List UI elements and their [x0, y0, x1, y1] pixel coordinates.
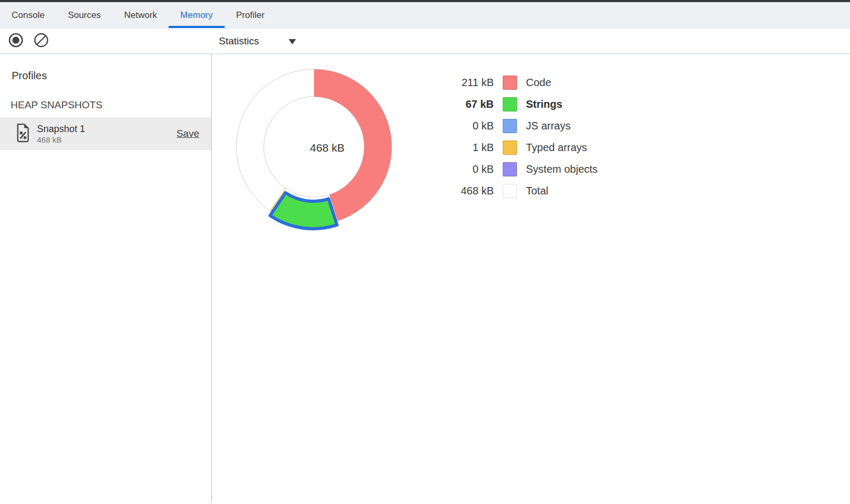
chart-legend: 211 kB Code 67 kB Strings 0 kB JS arrays…	[441, 72, 598, 202]
save-snapshot-link[interactable]: Save	[177, 128, 199, 139]
legend-swatch-js-arrays	[503, 119, 517, 133]
tab-sources[interactable]: Sources	[56, 2, 112, 28]
heap-statistics-donut-chart: 468 kB	[224, 57, 404, 237]
tab-profiler[interactable]: Profiler	[225, 2, 276, 28]
legend-row-system-objects[interactable]: 0 kB System objects	[441, 158, 598, 180]
legend-value: 1 kB	[441, 142, 494, 154]
tab-memory[interactable]: Memory	[169, 2, 224, 28]
legend-label: Total	[526, 185, 548, 197]
legend-value: 0 kB	[441, 120, 494, 132]
toolbar-right-section: Statistics	[212, 29, 850, 53]
legend-label: Strings	[526, 98, 562, 110]
legend-value: 0 kB	[441, 163, 494, 175]
toolbar-left-section	[0, 29, 212, 53]
profiles-heading: Profiles	[12, 70, 211, 82]
panel-body: Profiles HEAP SNAPSHOTS Snapshot 1 468 k…	[0, 54, 850, 502]
legend-swatch-system-objects	[503, 162, 517, 176]
legend-swatch-strings	[503, 97, 517, 111]
snapshot-texts: Snapshot 1 468 kB	[37, 123, 85, 145]
snapshot-size: 468 kB	[37, 135, 85, 145]
legend-label: Typed arrays	[526, 142, 587, 154]
statistics-view: 468 kB 211 kB Code 67 kB Strings 0 kB JS…	[211, 54, 850, 502]
chart-slice-strings[interactable]	[270, 193, 337, 229]
legend-row-js-arrays[interactable]: 0 kB JS arrays	[441, 115, 598, 137]
devtools-tab-bar: Console Sources Network Memory Profiler	[0, 2, 850, 29]
legend-label: System objects	[526, 163, 598, 175]
legend-row-typed-arrays[interactable]: 1 kB Typed arrays	[441, 137, 598, 158]
legend-label: Code	[526, 77, 551, 89]
heap-snapshots-section-heading: HEAP SNAPSHOTS	[11, 99, 211, 111]
record-circle-icon	[8, 32, 24, 50]
legend-value: 468 kB	[441, 185, 494, 197]
donut-center-total-label: 468 kB	[295, 142, 359, 154]
clear-profiles-button[interactable]	[33, 33, 49, 49]
legend-label: JS arrays	[526, 120, 570, 132]
perspective-dropdown-label: Statistics	[219, 35, 259, 47]
profiles-sidebar: Profiles HEAP SNAPSHOTS Snapshot 1 468 k…	[0, 54, 211, 502]
snapshot-name: Snapshot 1	[37, 123, 85, 135]
legend-row-strings[interactable]: 67 kB Strings	[441, 94, 598, 115]
circle-slash-icon	[33, 32, 49, 50]
legend-value: 67 kB	[441, 98, 494, 110]
snapshot-list-item[interactable]: Snapshot 1 468 kB Save	[0, 117, 211, 150]
tab-network[interactable]: Network	[113, 2, 169, 28]
legend-swatch-code	[503, 76, 517, 90]
heap-snapshot-document-icon	[15, 123, 31, 145]
tab-console[interactable]: Console	[0, 2, 56, 28]
legend-row-total[interactable]: 468 kB Total	[441, 180, 598, 202]
legend-swatch-total	[503, 184, 517, 198]
legend-row-code[interactable]: 211 kB Code	[441, 72, 598, 94]
legend-value: 211 kB	[441, 77, 494, 89]
chevron-down-icon	[289, 39, 296, 44]
perspective-dropdown[interactable]: Statistics	[219, 35, 296, 47]
memory-toolbar: Statistics	[0, 29, 850, 54]
record-heap-button[interactable]	[8, 33, 24, 49]
legend-swatch-typed-arrays	[503, 141, 517, 155]
